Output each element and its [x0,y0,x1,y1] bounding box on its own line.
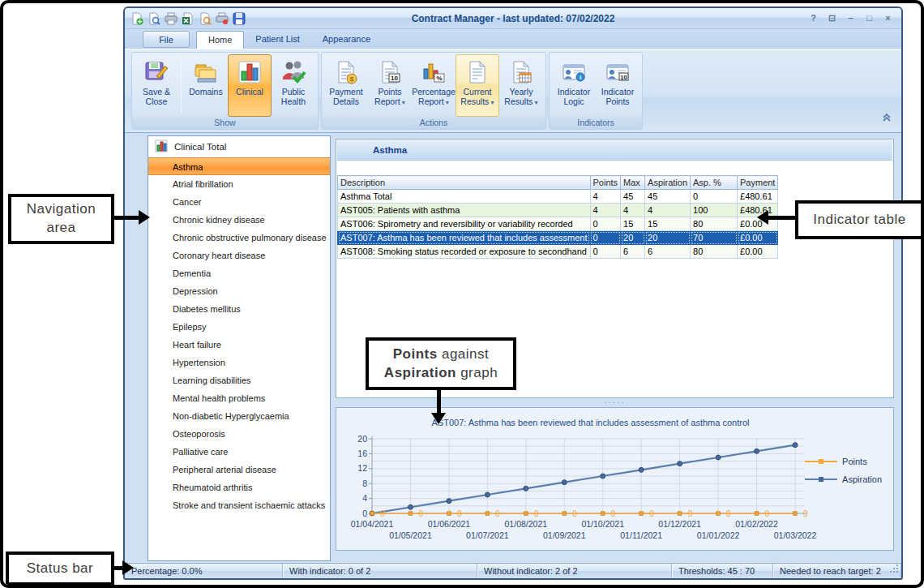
public-health-button[interactable]: PublicHealth [272,54,315,117]
table-row[interactable]: Asthma Total445450£480.61 [338,190,778,204]
table-cell: 4 [590,204,621,217]
ribbon-button-label: PointsReport [374,87,405,108]
svg-text:01/12/2021: 01/12/2021 [658,519,701,529]
current-results-button[interactable]: CurrentResults [456,54,499,117]
help-button[interactable]: ? [806,12,820,24]
collapse-ribbon-icon[interactable] [882,111,892,126]
column-header-payment[interactable]: Payment [738,176,778,190]
tab-appearance[interactable]: Appearance [311,31,382,49]
svg-text:0: 0 [534,509,539,518]
nav-item-osteoporosis[interactable]: Osteoporosis [148,425,330,443]
clinical-icon [236,58,263,87]
table-cell: 15 [621,217,645,231]
bar-chart-icon [155,139,168,154]
svg-text:0: 0 [649,509,654,518]
table-cell: £0.00 [738,245,778,259]
nav-item-non-diabetic-hyperglycaemia[interactable]: Non-diabetic Hyperglycaemia [148,407,330,425]
ribbon-button-label: PaymentDetails [329,87,362,106]
navigation-panel: Clinical Total AsthmaAtrial fibrillation… [148,135,331,561]
nav-item-diabetes-mellitus[interactable]: Diabetes mellitus [148,300,330,318]
annotation-text: Aspiration graph [384,364,498,383]
table-cell: 80 [691,217,738,231]
annotation-arrowhead [757,210,768,225]
ribbon-button-label: IndicatorLogic [558,87,590,106]
ribbon-group-label: Indicators [550,117,642,129]
nav-item-atrial-fibrillation[interactable]: Atrial fibrillation [148,175,330,193]
file-tab[interactable]: File [143,31,190,48]
nav-item-heart-failure[interactable]: Heart failure [148,336,330,354]
tab-patient-list[interactable]: Patient List [244,31,310,49]
column-header-asp[interactable]: Asp. % [691,176,738,190]
svg-text:0: 0 [803,509,808,518]
annotation-indicator-table: Indicator table [795,200,924,239]
indicator-logic-button[interactable]: iIndicatorLogic [552,54,596,117]
column-header-points[interactable]: Points [590,176,621,190]
annotation-navigation-area: Navigation area [8,194,114,244]
table-row[interactable]: AST008: Smoking status recorded or expos… [338,245,778,259]
nav-item-coronary-heart-disease[interactable]: Coronary heart disease [148,247,330,264]
ribbon-tab-row: File HomePatient ListAppearance [125,29,901,49]
nav-item-epilepsy[interactable]: Epilepsy [148,318,330,336]
domains-button[interactable]: Domains [184,54,228,117]
table-cell: AST005: Patients with asthma [338,204,591,217]
svg-text:01/08/2021: 01/08/2021 [505,519,548,529]
nav-item-mental-health-problems[interactable]: Mental health problems [148,389,330,407]
percentage-report-icon: % [420,58,447,87]
svg-text:16: 16 [357,449,367,458]
table-header[interactable]: DescriptionPointsMaxAspirationAsp. %Paym… [338,176,778,190]
table-row[interactable]: AST005: Patients with asthma444100£480.6… [338,204,778,217]
tab-home[interactable]: Home [196,31,244,49]
nav-item-learning-disabilities[interactable]: Learning disabilities [148,371,330,389]
maximize-button[interactable]: □ [862,12,876,24]
nav-item-chronic-obstructive-pulmonary-disease[interactable]: Chronic obstructive pulmonary disease [148,229,330,247]
table-row[interactable]: AST006: Spirometry and reversibility or … [338,217,778,231]
column-header-description[interactable]: Description [338,176,591,190]
column-header-aspiration[interactable]: Aspiration [645,176,691,190]
close-button[interactable]: × [881,12,895,24]
svg-text:10: 10 [620,74,627,81]
chart-title: AST007: Asthma has been reviewed that in… [336,418,845,427]
table-cell: 0 [590,217,621,231]
svg-text:4: 4 [362,493,367,503]
nav-item-stroke-and-transient-ischaemic-attacks[interactable]: Stroke and transient ischaemic attacks [148,496,330,514]
points-report-button[interactable]: 10PointsReport [368,54,412,117]
legend-sample-icon [805,476,837,483]
status-item-0: Percentage: 0.0% [125,564,283,579]
resize-grip-icon[interactable] [890,563,900,577]
legend-sample-icon [805,458,837,465]
nav-item-asthma[interactable]: Asthma [148,157,330,175]
annotation-text: Indicator table [813,211,905,230]
svg-text:0: 0 [572,509,577,518]
nav-item-hypertension[interactable]: Hypertension [148,354,330,371]
table-row[interactable]: AST007: Asthma has been reviewed that in… [338,231,778,245]
column-header-max[interactable]: Max [621,176,645,190]
window-controls: ?⊡–□× [806,12,895,24]
annotation-arrow [114,216,140,220]
title-bar[interactable]: Contract Manager - last updated: 07/02/2… [125,8,901,29]
nav-item-cancer[interactable]: Cancer [148,193,330,211]
payment-details-button[interactable]: $PaymentDetails [324,54,368,117]
nav-item-dementia[interactable]: Dementia [148,264,330,282]
nav-item-palliative-care[interactable]: Palliative care [148,443,330,461]
splitter-handle[interactable]: ····· [336,400,894,407]
annotation-status-bar: Status bar [6,552,114,586]
table-cell: 80 [691,245,738,259]
save-close-button[interactable]: Save &Close [135,54,178,117]
indicator-points-button[interactable]: 10IndicatorPoints [596,54,640,117]
nav-item-peripheral-arterial-disease[interactable]: Peripheral arterial disease [148,461,330,479]
nav-item-rheumatoid-arthritis[interactable]: Rheumatoid arthritis [148,479,330,496]
status-item-1: With indicator: 0 of 2 [283,564,477,579]
percentage-report-button[interactable]: %PercentageReport [412,54,456,117]
save-close-icon [143,58,170,87]
clinical-button[interactable]: Clinical [228,54,272,117]
svg-text:20: 20 [357,434,367,444]
yearly-results-button[interactable]: YearlyResults [499,54,543,117]
nav-item-depression[interactable]: Depression [148,282,330,300]
svg-text:01/09/2021: 01/09/2021 [543,530,586,540]
indicator-logic-icon: i [560,58,588,87]
fullscreen-button[interactable]: ⊡ [825,12,839,24]
table-cell: 6 [621,245,645,259]
nav-item-chronic-kidney-disease[interactable]: Chronic kidney disease [148,211,330,229]
ribbon-button-label: CurrentResults [460,87,494,108]
minimize-button[interactable]: – [844,12,858,24]
